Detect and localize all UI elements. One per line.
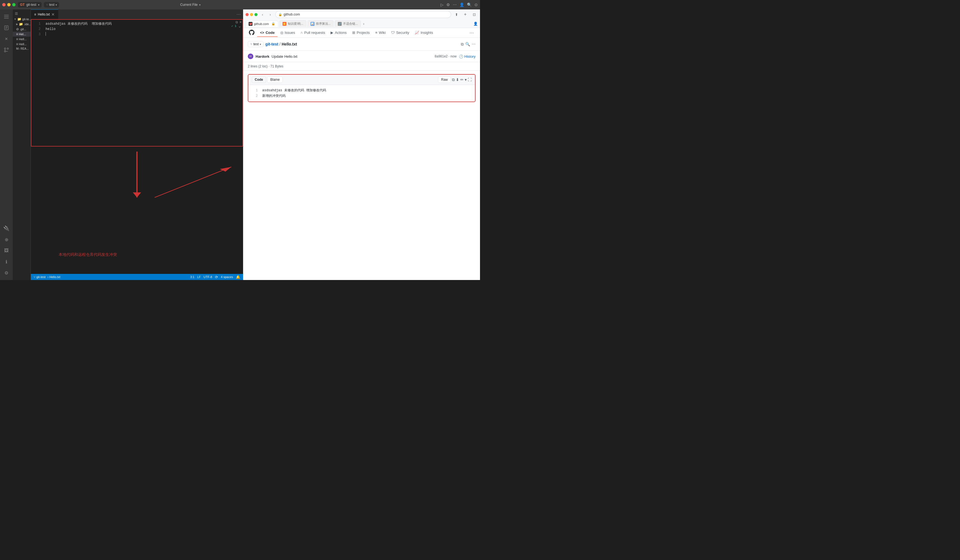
activity-image-icon[interactable]: 🖼 (2, 246, 11, 255)
browser-close-button[interactable] (246, 13, 249, 16)
gh-more-options-icon[interactable]: ⋯ (468, 29, 475, 37)
projects-tab-icon: ⊞ (352, 30, 355, 35)
settings-gear-icon[interactable]: ⚙ (446, 3, 450, 7)
browser-sidebar-button[interactable]: ⊡ (470, 11, 478, 18)
code-text-2: hello (46, 27, 56, 32)
activity-close-icon[interactable]: ✕ (2, 34, 11, 44)
history-button[interactable]: 🕐 History (459, 54, 475, 59)
gh-tab-issues[interactable]: ◎ Issues (277, 29, 298, 37)
sidebar-item-git[interactable]: ⊘ .git... (13, 27, 30, 32)
gh-tab-insights[interactable]: 📈 Insights (412, 29, 436, 37)
browser-new-tab-button[interactable]: + (462, 11, 469, 18)
current-file-selector[interactable]: Current File ▾ (180, 3, 201, 6)
gh-tab-pull-requests[interactable]: ⑃ Pull requests (298, 29, 328, 37)
activity-explorer-icon[interactable] (2, 12, 11, 22)
copy-content-icon[interactable]: ⧉ (452, 77, 455, 82)
browser-tab-zhishiqiu[interactable]: ⭐ 知识星球|... (280, 20, 306, 27)
address-bar[interactable]: 🔒 github.com (275, 11, 451, 18)
close-inline-icon[interactable]: ✕ (239, 20, 242, 24)
user-profile-icon[interactable]: 👤 (459, 3, 464, 7)
sidebar-item-ide[interactable]: ▶ 📁 .ide... (13, 22, 30, 27)
gh-tab-wiki[interactable]: ≡ Wiki (373, 29, 388, 37)
browser-back-button[interactable]: ‹ (259, 11, 266, 18)
raw-button[interactable]: Raw (438, 76, 451, 83)
gh-tab-projects[interactable]: ⊞ Projects (349, 29, 373, 37)
wiki-tab-icon: ≡ (375, 30, 378, 35)
sidebar-item-readme[interactable]: M↕ REA... (13, 46, 30, 51)
search-file-icon[interactable]: 🔍 (465, 42, 470, 46)
editor-tab-hello-txt[interactable]: ≡ Hello.txt ✕ (31, 10, 58, 19)
gh-line-number-1: 1 (248, 88, 262, 93)
browser-profile-icon[interactable]: 👤 (473, 22, 478, 26)
maximize-window-button[interactable] (12, 3, 16, 6)
code-text-1: asdsahdjas 未修改的代码 增加修改代码 (46, 21, 112, 27)
sidebar-item-hello-txt-active[interactable]: ≡ Hel... (13, 32, 30, 37)
activity-source-control-icon[interactable] (2, 45, 11, 55)
branch-selector-button[interactable]: ⑂ test ▾ (248, 41, 264, 47)
gh-file-path: git-test / Hello.txt (265, 42, 459, 46)
arrow-right-icon: ▶ (16, 23, 18, 26)
more-options-icon[interactable]: ⋯ (472, 42, 475, 46)
branch-selector[interactable]: ⑂ test ▾ (44, 2, 59, 8)
browser-tab-unsuitable[interactable]: 🔗 不适合链... (335, 20, 361, 27)
browser-maximize-button[interactable] (254, 13, 258, 16)
browser-tab-github[interactable]: 🐙 github.com 🔒 (246, 21, 278, 27)
activity-move-icon[interactable]: ⊕ (2, 235, 11, 244)
line-numbers: 1 2 3 (31, 19, 43, 147)
tab-more-actions-button[interactable]: ⋯ (234, 12, 243, 17)
notifications-icon[interactable]: 🔔 (236, 275, 240, 279)
search-icon[interactable]: 🔍 (467, 3, 472, 7)
top-bar: GT git-test ▾ ⑂ test ▾ Current File ▾ ▷ … (0, 0, 480, 10)
browser-minimize-button[interactable] (250, 13, 253, 16)
gh-tab-code[interactable]: <> Code (257, 29, 277, 37)
git-project-selector[interactable]: GT git-test ▾ (18, 2, 42, 8)
sidebar-item-label: git-te... (22, 18, 30, 21)
repo-link[interactable]: git-test (265, 42, 278, 46)
chevron-down-icon: ▾ (38, 3, 40, 6)
current-file-label: Current File (180, 3, 198, 6)
preferences-icon[interactable]: ⊙ (474, 3, 478, 7)
activity-new-file-icon[interactable] (2, 23, 11, 33)
indentation[interactable]: 4 spaces (221, 275, 233, 279)
edit-dropdown-icon[interactable]: ▾ (465, 77, 467, 82)
sidebar-item-hello2[interactable]: ≡ Hell... (13, 37, 30, 41)
code-view-button[interactable]: Code (252, 76, 266, 83)
svg-point-1 (5, 51, 6, 52)
close-window-button[interactable] (2, 3, 6, 6)
commit-author[interactable]: Hardork (256, 54, 269, 59)
git-project-label: git-test (26, 3, 37, 6)
gh-tab-security[interactable]: 🛡 Security (388, 29, 412, 37)
edit-file-icon[interactable]: ✏ (460, 77, 464, 82)
gh-tab-home[interactable] (248, 28, 257, 37)
copy-path-button[interactable]: ⧉ (461, 42, 464, 46)
browser-share-button[interactable]: ⬆ (453, 11, 460, 18)
minimize-window-button[interactable] (7, 3, 11, 6)
browser-tab-sort[interactable]: 📊 排序算法... (307, 20, 334, 27)
activity-settings-icon[interactable]: ⚙ (2, 268, 11, 278)
line-ending: LF (197, 275, 201, 279)
annotation-area: 本地代码和远程仓库代码发生冲突 (31, 147, 243, 274)
commit-message: Update Hello.txt (272, 54, 298, 59)
copy-inline-icon[interactable]: ⧉ (235, 20, 238, 24)
more-options-icon[interactable]: ⋯ (453, 3, 457, 7)
sidebar-item-git-test[interactable]: ▼ 📁 git-te... (13, 17, 30, 22)
format-sync-icon[interactable]: ⟳ (215, 275, 218, 279)
browser-forward-button[interactable]: › (267, 11, 274, 18)
code-editor[interactable]: 1 2 3 asdsahdjas 未修改的代码 增加修改代码 ✓ 1 ⌄ hel… (31, 19, 243, 147)
fullscreen-icon[interactable]: ⛶ (468, 77, 472, 82)
tab-close-button[interactable]: ✕ (51, 12, 55, 17)
traffic-lights (2, 3, 16, 6)
play-icon[interactable]: ▷ (440, 3, 443, 7)
browser-more-tabs-button[interactable]: › (363, 22, 364, 26)
code-content[interactable]: asdsahdjas 未修改的代码 增加修改代码 ✓ 1 ⌄ hello (43, 19, 243, 147)
blame-view-button[interactable]: Blame (267, 76, 283, 83)
activity-magnet-icon[interactable]: 🔌 (2, 223, 11, 233)
sidebar-item-label: .ide... (24, 22, 30, 26)
sidebar-item-hello3[interactable]: ≡ Hell... (13, 41, 30, 46)
commit-time: now (451, 54, 457, 58)
git-branch-status[interactable]: ⑂ git-test › Hello.txt (34, 275, 60, 279)
activity-info-icon[interactable]: ℹ (2, 257, 11, 267)
download-icon[interactable]: ⬇ (456, 77, 459, 82)
gh-tab-pr-label: Pull requests (304, 30, 325, 35)
gh-tab-actions[interactable]: ▶ Actions (328, 29, 349, 37)
